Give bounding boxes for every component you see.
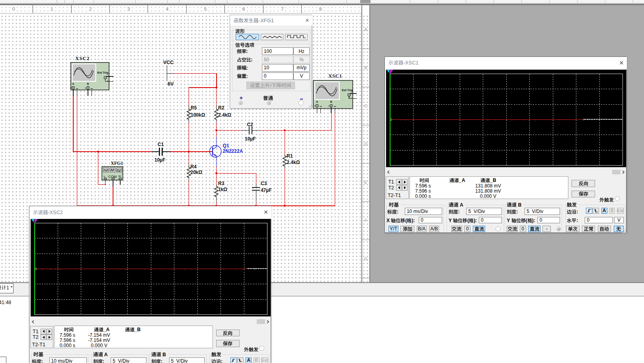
svg-text:+: +: [85, 87, 86, 90]
svg-text:20kΩ: 20kΩ: [191, 170, 203, 175]
svg-text:+: +: [351, 92, 353, 95]
svg-text:R4: R4: [191, 164, 197, 170]
svg-text:2N2222A: 2N2222A: [223, 148, 243, 154]
svg-text:R1: R1: [287, 153, 293, 159]
svg-text:2.4kΩ: 2.4kΩ: [218, 112, 231, 118]
svg-text:1kΩ: 1kΩ: [218, 187, 227, 192]
svg-text:47µF: 47µF: [261, 187, 272, 193]
svg-text:Q1: Q1: [223, 143, 229, 148]
svg-text:C1: C1: [158, 142, 164, 147]
svg-text:XSC1: XSC1: [328, 73, 342, 79]
svg-text:B: B: [330, 100, 332, 103]
svg-text:1: 1: [388, 70, 390, 74]
svg-text:COM: COM: [108, 175, 117, 179]
svg-text:10µF: 10µF: [245, 136, 256, 142]
svg-text:+: +: [70, 87, 72, 90]
svg-text:1: 1: [33, 219, 35, 223]
svg-text:100kΩ: 100kΩ: [191, 112, 205, 118]
svg-text:10µF: 10µF: [154, 157, 166, 163]
svg-text:6V: 6V: [168, 81, 174, 87]
svg-text:VCC: VCC: [163, 60, 174, 65]
svg-text:A: A: [316, 100, 318, 103]
svg-text:R3: R3: [218, 181, 224, 186]
svg-text:+: +: [103, 175, 105, 178]
svg-text:+: +: [314, 105, 315, 107]
svg-text:+: +: [107, 75, 109, 78]
svg-text:A: A: [72, 82, 74, 85]
svg-text:2.4kΩ: 2.4kΩ: [287, 160, 300, 165]
svg-text:Ext Trig: Ext Trig: [98, 71, 109, 74]
svg-text:+: +: [328, 105, 330, 107]
svg-text:C3: C3: [261, 181, 267, 186]
svg-text:XFG1: XFG1: [111, 160, 123, 166]
svg-text:C2: C2: [247, 122, 253, 127]
svg-text:XSC2: XSC2: [75, 55, 90, 61]
svg-text:R2: R2: [218, 105, 224, 111]
svg-text:Ext Trig: Ext Trig: [342, 88, 353, 92]
svg-text:R5: R5: [191, 105, 197, 111]
svg-text:B: B: [87, 82, 89, 85]
